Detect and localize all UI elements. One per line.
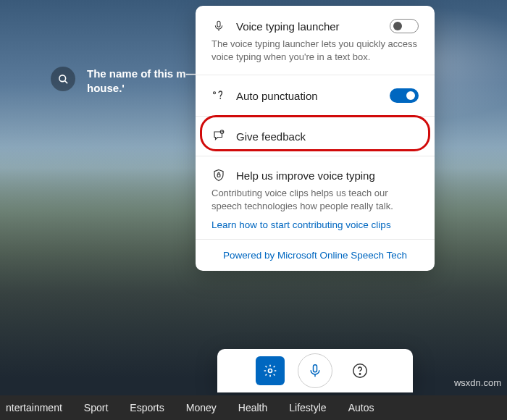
voice-typing-launcher-label: Voice typing launcher [236,20,380,33]
svg-rect-9 [314,365,317,372]
auto-punctuation-section: Auto punctuation [196,78,435,113]
contributing-voice-clips-link[interactable]: Learn how to start contributing voice cl… [211,219,419,230]
microphone-icon [211,19,226,33]
nav-item[interactable]: Sport [84,402,108,413]
punctuation-icon [211,90,226,101]
help-button[interactable] [345,356,374,385]
nav-item[interactable]: Money [186,402,217,413]
search-widget[interactable]: The name of this m— house.' [51,67,203,95]
shield-lock-icon [211,168,226,182]
search-text: The name of this m— house.' [87,67,203,95]
powered-by-link[interactable]: Powered by Microsoft Online Speech Tech [196,239,435,271]
svg-point-4 [214,92,216,94]
auto-punctuation-toggle[interactable] [390,88,419,103]
svg-line-1 [64,80,67,83]
feedback-icon [211,130,226,143]
nav-item[interactable]: Esports [130,402,164,413]
microphone-button[interactable] [298,353,332,388]
svg-rect-7 [217,175,220,177]
news-category-nav: ntertainment Sport Esports Money Health … [0,395,507,420]
voice-typing-launcher-toggle[interactable] [390,19,419,33]
nav-item[interactable]: Health [238,402,267,413]
svg-point-5 [219,98,221,99]
voice-typing-settings-panel: Voice typing launcher The voice typing l… [196,6,435,271]
voice-typing-toolbar [217,349,413,392]
svg-point-8 [269,369,272,373]
svg-rect-2 [217,21,220,27]
divider [196,116,435,117]
give-feedback-label: Give feedback [236,130,419,143]
divider [196,75,435,75]
improve-voice-typing-label: Help us improve voice typing [236,169,419,182]
divider [196,156,435,156]
search-icon [51,67,75,91]
voice-typing-launcher-section: Voice typing launcher The voice typing l… [196,10,435,72]
improve-voice-typing-desc: Contributing voice clips helps us teach … [211,187,419,212]
svg-point-0 [59,75,65,81]
nav-item[interactable]: Autos [348,402,374,413]
voice-typing-launcher-desc: The voice typing launcher lets you quick… [211,38,419,63]
nav-item[interactable]: ntertainment [6,402,62,413]
auto-punctuation-label: Auto punctuation [236,90,380,102]
improve-voice-typing-section: Help us improve voice typing Contributin… [196,159,435,239]
settings-button[interactable] [256,356,285,385]
watermark: wsxdn.com [454,377,501,388]
svg-point-12 [359,374,360,374]
nav-item[interactable]: Lifestyle [289,402,326,413]
give-feedback-section[interactable]: Give feedback [196,119,435,153]
